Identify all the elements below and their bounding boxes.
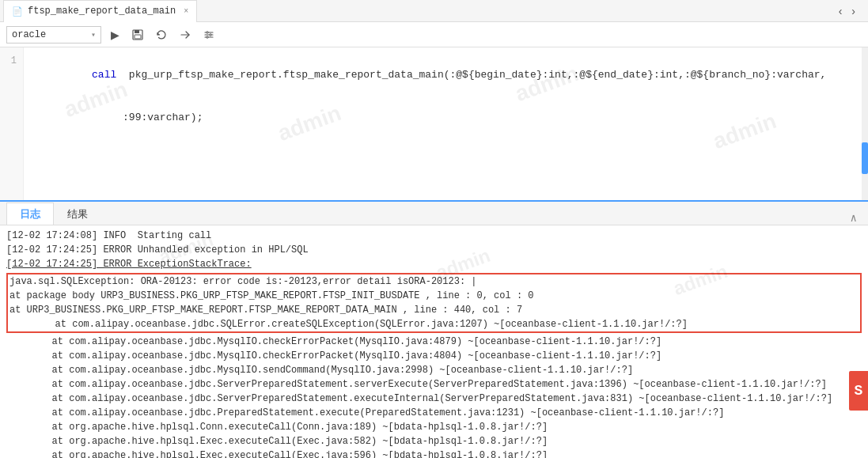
code-area: admin admin admin admin 1 call pkg_urp_f… bbox=[0, 47, 868, 202]
main-container: 📄 ftsp_make_report_data_main × ‹ › oracl… bbox=[0, 0, 868, 458]
log-line-2: [12-02 17:24:25] ERROR ExceptionStackTra… bbox=[6, 257, 862, 271]
log-line-13: at org.apache.hive.hplsql.Conn.executeCa… bbox=[6, 420, 862, 434]
svg-rect-2 bbox=[135, 35, 141, 39]
code-line-1: call pkg_urp_ftsp_make_report.ftsp_make_… bbox=[30, 54, 862, 97]
tab-left: 📄 ftsp_make_report_data_main × bbox=[3, 0, 197, 22]
code-body-2: :99:varchar); bbox=[79, 112, 203, 123]
tab-result[interactable]: 结果 bbox=[54, 203, 101, 225]
tab-result-label: 结果 bbox=[67, 207, 88, 221]
error-highlight-block: java.sql.SQLException: ORA-20123: error … bbox=[6, 273, 862, 333]
log-line-15: at org.apache.hive.hplsql.Exec.executeCa… bbox=[6, 449, 862, 458]
collapse-btn[interactable]: ∧ bbox=[846, 211, 862, 225]
scrollbar-thumb[interactable] bbox=[862, 142, 868, 174]
refresh-button[interactable] bbox=[153, 28, 170, 42]
tab-close-btn[interactable]: × bbox=[184, 7, 188, 16]
log-line-5: at URP3_BUSINESS.PKG_URP_FTSP_MAKE_REPOR… bbox=[9, 303, 859, 317]
s-logo[interactable]: S bbox=[849, 371, 868, 411]
tab-bar: 📄 ftsp_make_report_data_main × ‹ › bbox=[0, 0, 868, 22]
tab-navigation: ‹ › bbox=[836, 3, 865, 19]
log-line-12: at com.alipay.oceanbase.jdbc.PreparedSta… bbox=[6, 406, 862, 420]
log-line-11: at com.alipay.oceanbase.jdbc.ServerPrepa… bbox=[6, 392, 862, 406]
bottom-tabs: 日志 结果 ∧ bbox=[0, 202, 868, 225]
tab-file-icon: 📄 bbox=[12, 6, 23, 17]
code-line-2: :99:varchar); bbox=[30, 97, 862, 139]
log-line-10: at com.alipay.oceanbase.jdbc.ServerPrepa… bbox=[6, 377, 862, 392]
tab-label: ftsp_make_report_data_main bbox=[28, 6, 176, 17]
nav-back-btn[interactable]: ‹ bbox=[836, 3, 846, 19]
code-content[interactable]: call pkg_urp_ftsp_make_report.ftsp_make_… bbox=[24, 47, 868, 200]
nav-forward-btn[interactable]: › bbox=[848, 3, 859, 19]
svg-rect-1 bbox=[135, 30, 139, 33]
bottom-panel: 日志 结果 ∧ admin admin admin [12-02 17:24:0… bbox=[0, 202, 868, 458]
save-button[interactable] bbox=[129, 28, 146, 42]
toolbar: oracle ▾ ▶ bbox=[0, 22, 868, 47]
tab-log-label: 日志 bbox=[20, 207, 40, 221]
log-line-8: at com.alipay.oceanbase.jdbc.MysqlIO.che… bbox=[6, 349, 862, 363]
db-selector-value: oracle bbox=[12, 29, 46, 40]
chevron-down-icon: ▾ bbox=[91, 30, 96, 40]
svg-point-7 bbox=[207, 31, 208, 32]
line-number-1: 1 bbox=[0, 54, 23, 68]
keyword-call: call bbox=[79, 69, 116, 81]
scrollbar-track[interactable] bbox=[862, 47, 868, 200]
log-line-4: at package body URP3_BUSINESS.PKG_URP_FT… bbox=[9, 289, 859, 303]
svg-point-8 bbox=[210, 33, 211, 35]
log-line-0: [12-02 17:24:08] INFO Starting call bbox=[6, 229, 862, 243]
log-line-6: at com.alipay.oceanbase.jdbc.SQLError.cr… bbox=[9, 317, 859, 331]
code-body-1: pkg_urp_ftsp_make_report.ftsp_make_repor… bbox=[116, 69, 826, 81]
svg-point-9 bbox=[207, 36, 208, 37]
settings-button[interactable] bbox=[200, 28, 218, 42]
log-line-1: [12-02 17:24:25] ERROR Unhandled excepti… bbox=[6, 243, 862, 257]
log-output[interactable]: admin admin admin [12-02 17:24:08] INFO … bbox=[0, 225, 868, 458]
log-line-14: at org.apache.hive.hplsql.Exec.executeCa… bbox=[6, 434, 862, 449]
active-tab[interactable]: 📄 ftsp_make_report_data_main × bbox=[3, 0, 197, 22]
log-line-9: at com.alipay.oceanbase.jdbc.MysqlIO.sen… bbox=[6, 363, 862, 377]
db-selector[interactable]: oracle ▾ bbox=[6, 26, 101, 44]
line-numbers: 1 bbox=[0, 47, 24, 200]
log-line-7: at com.alipay.oceanbase.jdbc.MysqlIO.che… bbox=[6, 335, 862, 349]
run-button[interactable]: ▶ bbox=[108, 27, 123, 43]
send-button[interactable] bbox=[176, 28, 194, 42]
log-line-3: java.sql.SQLException: ORA-20123: error … bbox=[9, 274, 859, 289]
tab-log[interactable]: 日志 bbox=[6, 203, 54, 225]
